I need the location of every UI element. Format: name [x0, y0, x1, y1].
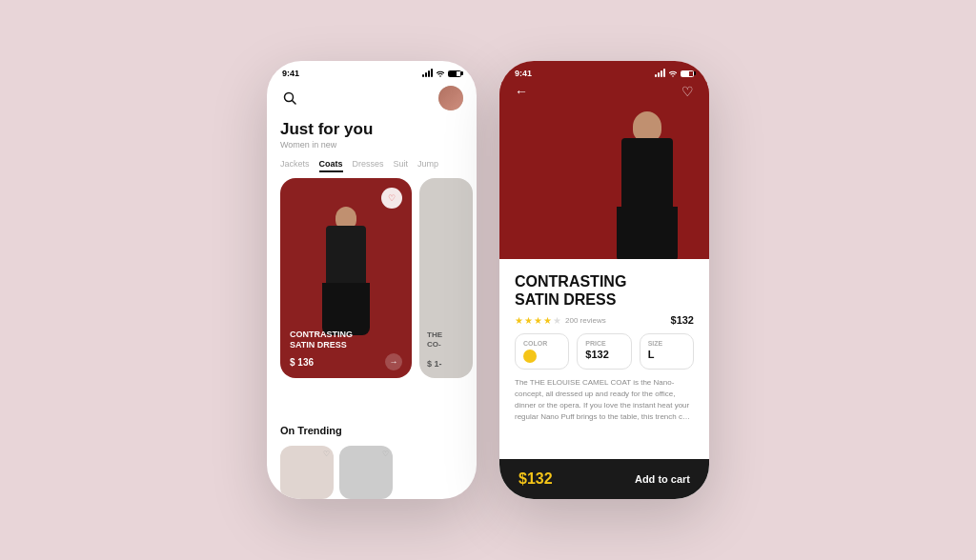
size-label: SIZE [648, 340, 685, 347]
product-figure-2 [604, 111, 690, 259]
svg-point-3 [672, 75, 674, 77]
star-2: ★ [524, 315, 533, 326]
phone-header [267, 82, 477, 116]
battery-icon [448, 70, 461, 77]
cart-price: $132 [518, 470, 553, 488]
product-card-main[interactable]: ♡ CONTRASTINGSATIN DRESS $ 136 → [280, 178, 412, 378]
signal-icon-2 [655, 70, 665, 77]
rating-row: ★ ★ ★ ★ ★ 200 reviews $132 [515, 314, 694, 326]
reviews-count: 200 reviews [565, 316, 606, 325]
arrow-button[interactable]: → [385, 353, 402, 370]
product-nav-bar: ← ♡ [499, 82, 709, 107]
status-bar-2-wrap: 9:41 [499, 61, 709, 107]
status-icons-2 [655, 70, 694, 77]
trending-row: ♡ ♡ [267, 440, 477, 499]
cards-row: ♡ CONTRASTINGSATIN DRESS $ 136 → THECO- … [267, 178, 477, 417]
card-product-name: CONTRASTINGSATIN DRESS [290, 330, 402, 350]
product-image-area [499, 107, 709, 259]
star-1: ★ [515, 315, 523, 326]
page-title-section: Just for you Women in new [267, 116, 477, 153]
price-label: PRICE [585, 340, 622, 347]
secondary-card-name: THECO- [427, 330, 442, 350]
wifi-icon-2 [668, 70, 678, 77]
status-time-1: 9:41 [282, 69, 299, 78]
heart-icon-main: ♡ [388, 193, 396, 203]
page-title: Just for you [280, 120, 463, 139]
svg-line-2 [293, 101, 296, 105]
status-icons-1 [422, 70, 461, 77]
category-tabs: Jackets Coats Dresses Suit Jump [267, 153, 477, 178]
detail-product-title: CONTRASTINGSATIN DRESS [515, 272, 694, 309]
product-figure [313, 207, 379, 330]
svg-point-0 [439, 75, 441, 77]
color-dot [523, 350, 537, 363]
phone-2: 9:41 [499, 61, 709, 499]
signal-icon [422, 70, 433, 77]
wifi-icon [436, 70, 445, 77]
color-label: COLOR [523, 340, 560, 347]
tab-coats[interactable]: Coats [319, 159, 343, 172]
tab-jackets[interactable]: Jackets [280, 159, 310, 172]
tab-jump[interactable]: Jump [417, 159, 438, 172]
rating-section: ★ ★ ★ ★ ★ 200 reviews [515, 315, 606, 326]
price-value: $132 [585, 349, 622, 360]
card-price-row: $ 136 → [290, 353, 402, 370]
trending-item-2[interactable]: ♡ [339, 446, 393, 499]
secondary-card-price: $ 1- [427, 359, 442, 369]
avatar[interactable] [438, 86, 463, 110]
tab-dresses[interactable]: Dresses [353, 159, 384, 172]
color-option[interactable]: COLOR [515, 333, 569, 370]
status-time-2: 9:41 [515, 69, 532, 78]
detail-price: $132 [671, 314, 694, 326]
trending-heart-2[interactable]: ♡ [382, 450, 389, 458]
search-icon[interactable] [280, 89, 299, 108]
trending-item-1[interactable]: ♡ [280, 446, 334, 499]
add-to-cart-button[interactable]: Add to cart [635, 473, 690, 485]
wishlist-button-detail[interactable]: ♡ [681, 84, 694, 99]
status-bar-2: 9:41 [499, 61, 709, 82]
on-trending-title: On Trending [280, 425, 463, 436]
product-description: The THE ELOUISE CAMEL COAT is the Nano-c… [515, 377, 694, 423]
product-card-secondary[interactable]: THECO- $ 1- [419, 178, 473, 378]
tab-suit[interactable]: Suit [394, 159, 409, 172]
battery-icon-2 [681, 70, 694, 77]
star-3: ★ [534, 315, 542, 326]
page-subtitle: Women in new [280, 140, 463, 150]
card-info: CONTRASTINGSATIN DRESS $ 136 → [280, 322, 412, 379]
card-price: $ 136 [290, 357, 314, 368]
options-row: COLOR PRICE $132 SIZE L [515, 333, 694, 370]
back-button[interactable]: ← [515, 84, 528, 99]
product-detail-panel: CONTRASTINGSATIN DRESS ★ ★ ★ ★ ★ 200 rev… [499, 259, 709, 499]
size-option[interactable]: SIZE L [640, 333, 694, 370]
price-option[interactable]: PRICE $132 [577, 333, 631, 370]
stars: ★ ★ ★ ★ ★ [515, 315, 561, 326]
on-trending-section: On Trending [267, 417, 477, 440]
trending-heart-1[interactable]: ♡ [323, 450, 330, 458]
phone-1: 9:41 [267, 61, 477, 499]
size-value: L [648, 349, 685, 360]
wishlist-button-main[interactable]: ♡ [381, 188, 402, 209]
status-bar-1: 9:41 [267, 61, 477, 82]
star-4: ★ [543, 315, 552, 326]
add-to-cart-bar: $132 Add to cart [499, 459, 709, 499]
star-5: ★ [553, 315, 561, 326]
